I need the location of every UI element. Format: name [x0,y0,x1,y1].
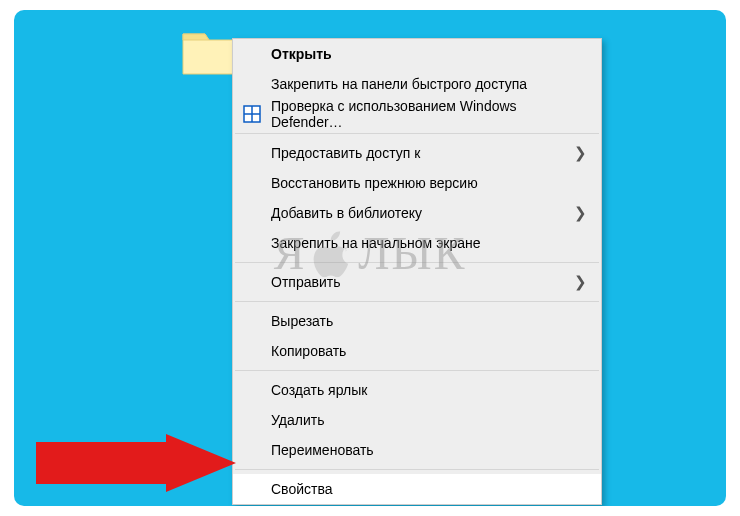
menu-label: Восстановить прежнюю версию [271,175,478,191]
menu-item-cut[interactable]: Вырезать [233,306,601,336]
chevron-right-icon: ❯ [574,144,587,162]
menu-label: Вырезать [271,313,333,329]
red-arrow-annotation [36,434,236,492]
svg-marker-3 [36,434,236,492]
menu-separator [235,133,599,134]
menu-label: Копировать [271,343,346,359]
menu-item-open[interactable]: Открыть [233,39,601,69]
menu-item-grant-access[interactable]: Предоставить доступ к ❯ [233,138,601,168]
menu-item-restore-previous[interactable]: Восстановить прежнюю версию [233,168,601,198]
menu-label: Отправить [271,274,340,290]
menu-separator [235,469,599,470]
menu-label: Создать ярлык [271,382,367,398]
menu-separator [235,262,599,263]
menu-item-add-to-library[interactable]: Добавить в библиотеку ❯ [233,198,601,228]
menu-item-create-shortcut[interactable]: Создать ярлык [233,375,601,405]
menu-label: Добавить в библиотеку [271,205,422,221]
menu-separator [235,301,599,302]
chevron-right-icon: ❯ [574,273,587,291]
menu-item-pin-start[interactable]: Закрепить на начальном экране [233,228,601,258]
defender-shield-icon [243,105,261,123]
menu-item-rename[interactable]: Переименовать [233,435,601,465]
menu-label: Проверка с использованием Windows Defend… [271,98,587,130]
menu-item-properties[interactable]: Свойства [233,474,601,504]
desktop: Открыть Закрепить на панели быстрого дос… [14,10,726,506]
menu-item-defender-scan[interactable]: Проверка с использованием Windows Defend… [233,99,601,129]
menu-label: Удалить [271,412,324,428]
chevron-right-icon: ❯ [574,204,587,222]
menu-item-send-to[interactable]: Отправить ❯ [233,267,601,297]
menu-label: Закрепить на начальном экране [271,235,481,251]
menu-item-copy[interactable]: Копировать [233,336,601,366]
menu-item-delete[interactable]: Удалить [233,405,601,435]
menu-label: Предоставить доступ к [271,145,420,161]
context-menu: Открыть Закрепить на панели быстрого дос… [232,38,602,505]
menu-label: Закрепить на панели быстрого доступа [271,76,527,92]
menu-label: Переименовать [271,442,374,458]
menu-label: Открыть [271,46,332,62]
menu-item-pin-quick-access[interactable]: Закрепить на панели быстрого доступа [233,69,601,99]
menu-separator [235,370,599,371]
menu-label: Свойства [271,481,332,497]
